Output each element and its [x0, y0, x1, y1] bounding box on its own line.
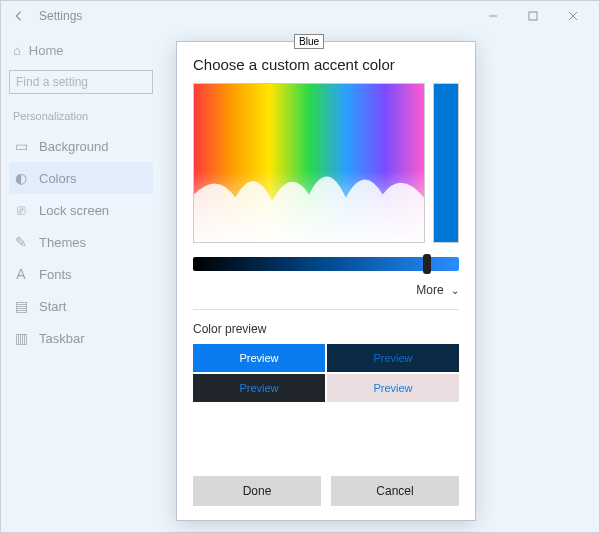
sidebar-item-label: Themes — [39, 235, 86, 250]
preview-heading: Color preview — [193, 322, 459, 336]
saturation-field[interactable] — [193, 83, 425, 243]
search-input[interactable] — [9, 70, 153, 94]
close-button[interactable] — [553, 1, 593, 31]
preview-tile-dark-accent: Preview — [327, 344, 459, 372]
window-controls — [473, 1, 593, 31]
preview-tile-dark-bg: Preview — [193, 374, 325, 402]
done-button[interactable]: Done — [193, 476, 321, 506]
slider-thumb[interactable] — [423, 254, 431, 274]
more-label: More — [416, 283, 443, 297]
dialog-buttons: Done Cancel — [193, 462, 459, 506]
rainbow-swatch — [194, 84, 424, 242]
svg-rect-1 — [529, 12, 537, 20]
sidebar-item-themes[interactable]: ✎ Themes — [9, 226, 153, 258]
more-toggle[interactable]: More ⌄ — [193, 283, 459, 297]
preview-tile-light-accent: Preview — [193, 344, 325, 372]
window-title: Settings — [39, 9, 82, 23]
lock-screen-icon: ⎚ — [13, 202, 29, 218]
settings-window: Settings ⌂ Home Personalization ▭ Backgr… — [0, 0, 600, 533]
color-tooltip: Blue — [294, 34, 324, 49]
sidebar-item-label: Taskbar — [39, 331, 85, 346]
back-button[interactable] — [7, 4, 31, 28]
sidebar-item-background[interactable]: ▭ Background — [9, 130, 153, 162]
sidebar-item-label: Fonts — [39, 267, 72, 282]
sidebar-item-label: Lock screen — [39, 203, 109, 218]
fonts-icon: A — [13, 266, 29, 282]
sidebar-item-start[interactable]: ▤ Start — [9, 290, 153, 322]
preview-tile-light-bg: Preview — [327, 374, 459, 402]
hue-column[interactable] — [433, 83, 459, 243]
home-label: Home — [29, 43, 64, 58]
color-picker-dialog: Choose a custom accent color — [176, 41, 476, 521]
start-icon: ▤ — [13, 298, 29, 314]
divider — [193, 309, 459, 310]
background-icon: ▭ — [13, 138, 29, 154]
colors-icon: ◐ — [13, 170, 29, 186]
picker-row — [193, 83, 459, 243]
home-icon: ⌂ — [13, 43, 21, 58]
themes-icon: ✎ — [13, 234, 29, 250]
svg-rect-5 — [194, 84, 424, 242]
sidebar-item-taskbar[interactable]: ▥ Taskbar — [9, 322, 153, 354]
maximize-button[interactable] — [513, 1, 553, 31]
titlebar: Settings — [1, 1, 599, 31]
value-slider[interactable] — [193, 257, 459, 271]
sidebar-item-fonts[interactable]: A Fonts — [9, 258, 153, 290]
sidebar-item-label: Start — [39, 299, 66, 314]
taskbar-icon: ▥ — [13, 330, 29, 346]
cancel-button[interactable]: Cancel — [331, 476, 459, 506]
section-header: Personalization — [13, 110, 149, 122]
sidebar-item-lock-screen[interactable]: ⎚ Lock screen — [9, 194, 153, 226]
sidebar-item-colors[interactable]: ◐ Colors — [9, 162, 153, 194]
home-nav[interactable]: ⌂ Home — [9, 37, 153, 64]
minimize-button[interactable] — [473, 1, 513, 31]
dialog-title: Choose a custom accent color — [193, 56, 459, 73]
preview-grid: Preview Preview Preview Preview — [193, 344, 459, 402]
chevron-down-icon: ⌄ — [451, 285, 459, 296]
sidebar-item-label: Colors — [39, 171, 77, 186]
sidebar: ⌂ Home Personalization ▭ Background ◐ Co… — [1, 31, 161, 532]
sidebar-item-label: Background — [39, 139, 108, 154]
